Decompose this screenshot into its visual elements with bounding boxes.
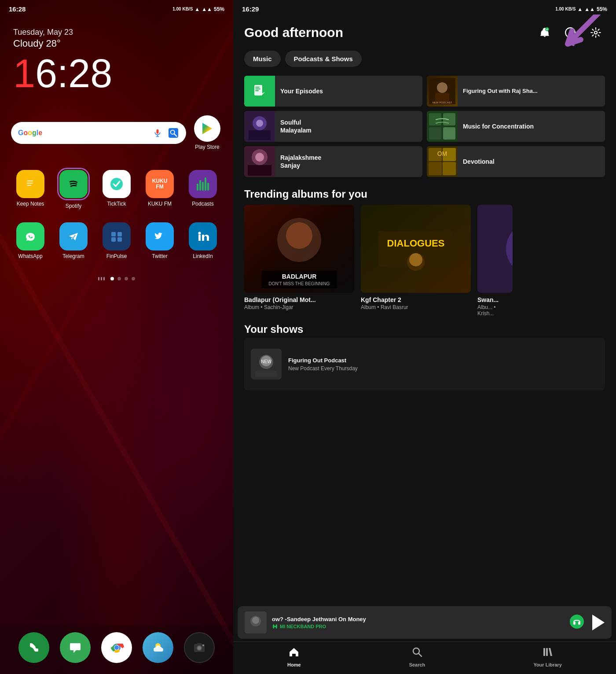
svg-rect-51 — [443, 127, 455, 140]
dock-weather[interactable] — [143, 632, 173, 663]
twitter-label: Twitter — [152, 253, 167, 259]
svg-rect-41 — [435, 93, 449, 102]
weather-icon — [143, 632, 173, 663]
devotional-thumb: OM — [427, 146, 458, 177]
svg-point-65 — [286, 222, 312, 249]
devotional-label: Devotional — [458, 158, 500, 166]
signal-bars: ▲▲ — [202, 6, 212, 12]
svg-point-29 — [198, 646, 201, 650]
svg-point-30 — [202, 645, 204, 646]
linkedin-label: LinkedIn — [193, 253, 213, 259]
date-weather-widget: Tuesday, May 23 Cloudy 28° 1 6:28 — [0, 15, 233, 102]
date-label: Tuesday, May 23 — [13, 28, 220, 37]
svg-text:BADLAPUR: BADLAPUR — [282, 273, 317, 280]
dock-chrome[interactable] — [101, 632, 132, 663]
dot-2 — [117, 277, 121, 280]
play-np-button[interactable] — [590, 615, 605, 630]
svg-point-11 — [66, 177, 81, 191]
app-twitter[interactable]: Twitter — [140, 222, 180, 259]
spotify-label: Spotify — [66, 203, 82, 209]
svg-point-55 — [255, 153, 264, 162]
svg-rect-21 — [198, 235, 201, 241]
ticktick-icon — [103, 170, 131, 198]
svg-rect-90 — [546, 648, 548, 656]
whatsapp-icon — [16, 222, 44, 250]
nav-home[interactable]: Home — [287, 646, 301, 667]
badlapur-subtitle: Album • Sachin-Jigar — [244, 304, 354, 310]
google-search-bar[interactable]: Google — [11, 122, 186, 144]
home-label: Home — [287, 662, 301, 667]
finpulse-label: FinPulse — [106, 253, 127, 259]
left-status-icons: 1.00 KB/S ▲ ▲▲ 55% — [172, 6, 224, 12]
keep-notes-label: Keep Notes — [17, 201, 44, 207]
rajalakshmee-thumb — [244, 146, 275, 177]
telegram-label: Telegram — [62, 253, 84, 259]
app-ticktick[interactable]: TickTick — [97, 170, 136, 207]
rajalakshmee-label: Rajalakshmee Sanjay — [275, 154, 326, 169]
app-linkedin[interactable]: LinkedIn — [183, 222, 223, 259]
app-dock — [0, 626, 233, 674]
now-playing-bar[interactable]: ow? -Sandeep Jethwani On Money MI NECKBA… — [238, 606, 612, 639]
app-spotify[interactable]: Spotify — [54, 168, 93, 209]
big-clock-digit1: 1 — [13, 54, 35, 93]
right-status-bar: 16:29 1.00 KB/S ▲ ▲▲ 55% — [233, 0, 616, 15]
search-label: Search — [409, 662, 425, 667]
kgf-subtitle: Album • Ravi Basrur — [361, 304, 471, 310]
card-rajalakshmee[interactable]: Rajalakshmee Sanjay — [244, 146, 422, 177]
play-store-launcher[interactable]: Play Store — [192, 115, 222, 150]
content-cards-grid: Your Episodes NEW PODCAST Figuring Out w… — [233, 74, 616, 181]
nav-search[interactable]: Search — [409, 646, 425, 667]
nav-library[interactable]: Your Library — [533, 646, 562, 667]
bottom-nav: Home Search Your Library — [233, 641, 616, 674]
home-icon — [288, 646, 300, 660]
linkedin-icon — [189, 222, 217, 250]
svg-rect-81 — [255, 371, 277, 377]
right-time: 16:29 — [242, 5, 259, 13]
card-your-episodes[interactable]: Your Episodes — [244, 76, 422, 107]
svg-line-88 — [418, 654, 422, 657]
page-dots — [0, 273, 233, 285]
podcasts-tab[interactable]: Podcasts & Shows — [285, 51, 362, 67]
app-row-1: Keep Notes Spoti — [9, 168, 224, 209]
app-finpulse[interactable]: FinPulse — [97, 222, 136, 259]
trending-section-title: Trending albums for you — [233, 181, 616, 205]
app-keep-notes[interactable]: Keep Notes — [11, 170, 50, 207]
figuring-out-thumb: NEW PODCAST — [427, 76, 458, 107]
app-row-2: WhatsApp Telegram — [9, 222, 224, 259]
card-devotional[interactable]: OM Devotional — [427, 146, 605, 177]
album-third[interactable]: Swan... Albu... • Krish... — [477, 205, 513, 317]
svg-rect-85 — [274, 626, 276, 627]
albums-row: BADLAPUR DON'T MISS THE BEGINNING Badlap… — [233, 205, 616, 317]
headphone-np-icon[interactable] — [569, 614, 584, 631]
album-kgf[interactable]: DIALOGUES Kgf Chapter 2 Album • Ravi Bas… — [361, 205, 471, 317]
mic-icon[interactable] — [152, 127, 163, 139]
app-whatsapp[interactable]: WhatsApp — [11, 222, 50, 259]
dock-phone[interactable] — [18, 632, 49, 663]
svg-text:NEW PODCAST: NEW PODCAST — [433, 101, 452, 104]
dot-active — [110, 277, 114, 280]
dot-4 — [132, 277, 135, 280]
album-badlapur[interactable]: BADLAPUR DON'T MISS THE BEGINNING Badlap… — [244, 205, 354, 317]
svg-rect-36 — [255, 87, 260, 88]
card-soulful[interactable]: Soulful Malayalam — [244, 111, 422, 142]
card-concentration[interactable]: Music for Concentration — [427, 111, 605, 142]
app-telegram[interactable]: Telegram — [54, 222, 93, 259]
lens-icon[interactable] — [168, 127, 179, 139]
music-tab[interactable]: Music — [244, 51, 281, 67]
app-kukufm[interactable]: KUKUFM KUKU FM — [140, 170, 180, 207]
search-icon — [411, 646, 423, 660]
right-signal: 1.00 KB/S — [555, 7, 576, 11]
svg-rect-48 — [429, 113, 441, 125]
svg-rect-0 — [157, 129, 159, 133]
svg-rect-54 — [248, 165, 271, 176]
app-podcasts[interactable]: Podcasts — [183, 170, 223, 207]
battery-icon: 55% — [214, 6, 224, 12]
dock-camera[interactable] — [184, 632, 215, 663]
greeting-label: Good afternoon — [244, 25, 343, 40]
svg-rect-59 — [429, 162, 442, 175]
card-figuring-out[interactable]: NEW PODCAST Figuring Out with Raj Sha... — [427, 76, 605, 107]
dock-messages[interactable] — [60, 632, 91, 663]
kgf-title: Kgf Chapter 2 — [361, 296, 471, 303]
svg-marker-6 — [202, 123, 212, 134]
svg-rect-16 — [117, 232, 122, 236]
